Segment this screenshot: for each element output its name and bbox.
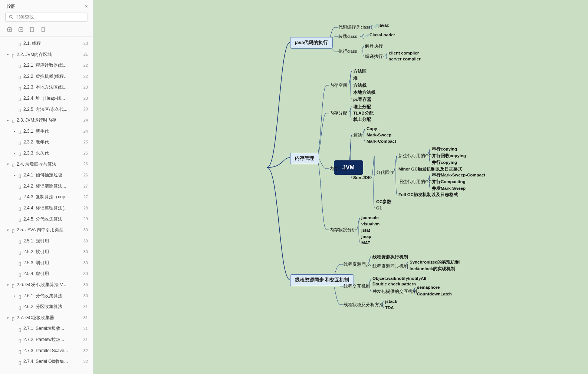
disclosure-icon[interactable]: ▸ bbox=[13, 293, 16, 299]
leaf[interactable]: ClassLoader bbox=[365, 33, 395, 37]
leaf[interactable]: Mark-Compact bbox=[367, 139, 396, 143]
outline-row[interactable]: 2.4.2. 标记清除算法...27 bbox=[0, 181, 93, 192]
leaf[interactable]: 执行class bbox=[338, 49, 357, 54]
outline-row[interactable]: 2.5.2. 软引用30 bbox=[0, 246, 93, 258]
disclosure-icon[interactable]: ▸ bbox=[13, 150, 16, 156]
leaf[interactable]: 线程资源同步 bbox=[344, 262, 370, 267]
mindmap-canvas[interactable]: JVM java代码的执行 内存管理 线程资源同步 和交互机制 代码编译为cla… bbox=[93, 0, 588, 374]
leaf[interactable]: 线程状态及分析方法 bbox=[344, 302, 384, 308]
outline-row[interactable]: 2.2.5. 方法区/永久代...23 bbox=[0, 104, 93, 115]
leaf[interactable]: jstat bbox=[361, 228, 370, 232]
outline-row[interactable]: ▸2.6.1. 分代收集算法30 bbox=[0, 291, 93, 302]
disclosure-icon[interactable]: ▾ bbox=[6, 282, 10, 288]
outline-row[interactable]: ▾2.4. 垃圾回收与算法26 bbox=[0, 159, 93, 170]
outline-row[interactable]: 2.6.2. 分区收集算法31 bbox=[0, 301, 93, 312]
outline-row[interactable]: 2.5.1. 强引用30 bbox=[0, 236, 93, 247]
disclosure-icon[interactable]: ▸ bbox=[13, 128, 16, 134]
leaf[interactable]: 旧生代可用的GC bbox=[398, 179, 431, 185]
search-input[interactable] bbox=[16, 14, 85, 20]
disclosure-icon[interactable]: ▾ bbox=[6, 315, 10, 321]
leaf[interactable]: 解释执行 bbox=[365, 43, 383, 49]
outline-row[interactable]: 2.7.3. Parallel Scave...32 bbox=[0, 345, 93, 357]
outline-row[interactable]: ▾2.7. GC垃圾收集器31 bbox=[0, 312, 93, 324]
outline-row[interactable]: 2.2.3. 本地方法区(线...23 bbox=[0, 82, 93, 93]
leaf[interactable]: 内存回收 bbox=[329, 166, 347, 172]
outline-row[interactable]: 2.4.3. 复制算法（cop...27 bbox=[0, 192, 93, 203]
leaf[interactable]: 分代回收 bbox=[376, 170, 394, 175]
outline-row[interactable]: 2.7.4. Serial Old收集...32 bbox=[0, 356, 93, 367]
outline-row[interactable]: ▾2.2. JVM内存区域21 bbox=[0, 49, 93, 60]
leaf[interactable]: 方法区 bbox=[353, 69, 367, 74]
leaf[interactable]: 方法栈 bbox=[353, 83, 367, 88]
leaf[interactable]: javac bbox=[374, 23, 389, 27]
outline-row[interactable]: 2.2.4. 堆（Heap-线...23 bbox=[0, 93, 93, 104]
disclosure-icon[interactable]: ▾ bbox=[6, 52, 10, 57]
leaf[interactable]: 并行copying bbox=[432, 160, 457, 165]
search-input-wrap[interactable] bbox=[5, 13, 88, 21]
outline-row[interactable]: 2.4.4. 标记整理算法(...28 bbox=[0, 203, 93, 214]
outline-row[interactable]: 2.1. 线程20 bbox=[0, 38, 93, 49]
outline-row[interactable]: 2.2.2. 虚拟机栈(线程...22 bbox=[0, 71, 93, 82]
outline-list[interactable]: 2.1. 线程20▾2.2. JVM内存区域212.2.1. 程序计数器(线..… bbox=[0, 37, 93, 374]
leaf[interactable]: Sun JDK bbox=[353, 175, 371, 180]
outline-row[interactable]: 2.7.2. ParNew垃圾...31 bbox=[0, 334, 93, 345]
disclosure-icon[interactable]: ▾ bbox=[6, 118, 10, 123]
leaf[interactable]: 线程资源同步机制 bbox=[372, 264, 408, 269]
leaf[interactable]: MAT bbox=[361, 241, 370, 245]
leaf[interactable]: semaphore bbox=[417, 285, 440, 289]
leaf[interactable]: 堆 bbox=[353, 76, 358, 81]
expand-all-icon[interactable] bbox=[7, 27, 13, 33]
leaf[interactable]: jmap bbox=[361, 234, 371, 239]
leaf[interactable]: 并行回收copying bbox=[432, 153, 466, 159]
leaf[interactable]: 内存状况分析 bbox=[329, 227, 356, 233]
leaf[interactable]: jstack bbox=[385, 299, 397, 304]
branch-java-exec[interactable]: java代码的执行 bbox=[290, 37, 333, 49]
outline-row[interactable]: ▾2.6. GC分代收集算法 V...30 bbox=[0, 279, 93, 291]
leaf[interactable]: G1 bbox=[376, 206, 382, 210]
disclosure-icon[interactable]: ▸ bbox=[13, 172, 16, 178]
leaf[interactable]: 装载class bbox=[338, 34, 357, 39]
leaf[interactable]: 本地方法栈 bbox=[353, 90, 375, 95]
leaf[interactable]: TDA bbox=[385, 305, 394, 310]
leaf[interactable]: 线程交互机制 bbox=[344, 284, 370, 289]
leaf[interactable]: Minor GC触发机制以及日志格式 bbox=[398, 166, 462, 172]
leaf[interactable]: 串行Mark-Sweep-Compact bbox=[432, 172, 485, 178]
leaf[interactable]: visualvm bbox=[361, 222, 380, 226]
disclosure-icon[interactable]: ▾ bbox=[6, 161, 10, 167]
leaf[interactable]: 并发包提供的交互机制 bbox=[372, 289, 417, 294]
outline-row[interactable]: 2.7.1. Serial垃圾收...31 bbox=[0, 323, 93, 334]
leaf[interactable]: CountdownLatch bbox=[417, 292, 452, 296]
leaf[interactable]: Mark-Sweep bbox=[367, 133, 391, 137]
leaf[interactable]: 堆上分配 bbox=[353, 104, 371, 110]
outline-row[interactable]: 2.2.1. 程序计数器(线...22 bbox=[0, 60, 93, 71]
leaf[interactable]: 线程资源执行机制 bbox=[372, 254, 408, 260]
leaf[interactable]: 并行Compacting bbox=[432, 179, 465, 185]
leaf[interactable]: 内存分配 bbox=[329, 110, 347, 116]
bookmark-icon[interactable] bbox=[29, 27, 35, 33]
outline-row[interactable]: 2.4.5. 分代收集算法29 bbox=[0, 214, 93, 225]
outline-row[interactable]: ▾2.3. JVM运行时内存24 bbox=[0, 115, 93, 126]
leaf[interactable]: lock/unlock的实现机制 bbox=[410, 266, 455, 272]
close-icon[interactable]: × bbox=[85, 3, 88, 9]
leaf[interactable]: 栈上分配 bbox=[353, 117, 371, 122]
leaf[interactable]: 算法 bbox=[353, 133, 362, 138]
leaf[interactable]: Full GC触发机制以及日志格式 bbox=[398, 192, 458, 198]
outline-row[interactable]: ▸2.3.3. 永久代25 bbox=[0, 148, 93, 159]
leaf[interactable]: client compiler bbox=[389, 51, 419, 55]
leaf[interactable]: 编译执行 bbox=[365, 54, 383, 59]
leaf[interactable]: GC参数 bbox=[376, 199, 391, 205]
branch-memory[interactable]: 内存管理 bbox=[290, 153, 319, 164]
outline-row[interactable]: 2.5.3. 弱引用30 bbox=[0, 258, 93, 269]
leaf[interactable]: 新生代可用的GC bbox=[398, 153, 431, 159]
outline-row[interactable]: 2.3.2. 老年代25 bbox=[0, 137, 93, 148]
leaf[interactable]: Synchronized的实现机制 bbox=[410, 259, 460, 265]
outline-row[interactable]: ▾2.5. JAVA 四中引用类型30 bbox=[0, 225, 93, 236]
leaf[interactable]: server compiler bbox=[389, 57, 421, 61]
outline-row[interactable]: ▸2.3.1. 新生代24 bbox=[0, 126, 93, 137]
leaf[interactable]: Copy bbox=[367, 126, 377, 131]
leaf[interactable]: pc寄存器 bbox=[353, 97, 371, 102]
bookmark-outline-icon[interactable] bbox=[40, 27, 46, 33]
leaf[interactable]: TLAB分配 bbox=[353, 110, 374, 116]
outline-row[interactable]: ▸2.4.1. 如何确定垃圾26 bbox=[0, 170, 93, 181]
leaf[interactable]: jconsole bbox=[361, 215, 379, 220]
